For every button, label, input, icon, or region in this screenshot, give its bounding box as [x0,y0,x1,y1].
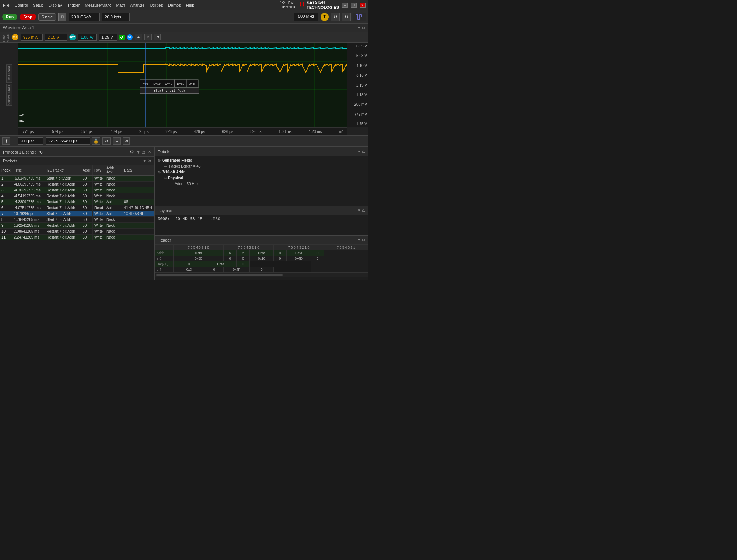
h-offset-field[interactable] [46,137,90,145]
v-label-7: 203 mV [349,102,367,106]
v-label-3: 4.10 V [349,64,367,68]
table-row[interactable]: 3 -4.70292735 ms Restart 7-bit Addr 50 W… [0,187,154,193]
svg-text:m1: m1 [19,119,24,123]
table-row[interactable]: 6 -4.07514735 ms Restart 7-bit Addr 50 R… [0,205,154,211]
ch-checkbox[interactable] [119,35,125,40]
h-pin-icon[interactable]: 🗂 [123,137,130,145]
packets-table[interactable]: Index Time I2C Packet Addr R/W Addr Ack … [0,165,154,280]
cell-index: 5 [0,199,12,205]
cell-data [122,193,154,199]
header-table-container[interactable]: 7 6 5 4 3 2 1 0 7 6 5 4 3 2 1 0 7 6 5 4 … [155,244,368,280]
ch1-button[interactable]: m1 [12,34,18,40]
protocol-pin-icon[interactable]: ▼ 🗂 [136,150,146,154]
h-scale-field[interactable] [18,137,43,145]
close-button[interactable]: ✕ [360,3,366,8]
h-double-arrow[interactable]: » [113,137,121,145]
menu-analyze[interactable]: Analyze [130,3,144,7]
ch2-offset-field[interactable] [99,34,117,41]
packets-pin-icon[interactable]: ▼ 🗂 [143,159,151,163]
cell-addrack: Nack [105,217,122,223]
redo-button[interactable]: ↻ [342,13,351,21]
waveform-canvas[interactable]: =50 D=10 D=4D D=53 D=4F Start 7-bit Addr… [18,43,347,127]
trigger-t-button[interactable]: T [321,13,329,21]
hdr-0c: 0 [274,256,287,261]
protocol-close-icon[interactable]: ✕ [148,149,151,154]
table-row[interactable]: 10 2.08641265 ms Restart 7-bit Addr 50 W… [0,229,154,235]
ch1-offset-field[interactable] [45,34,67,41]
header-panel-header: Header ▼ 🗂 [155,236,368,244]
table-row[interactable]: 7 10.79265 μs Start 7-bit Addr 50 Write … [0,211,154,217]
run-button[interactable]: Run [2,14,17,20]
details-pin-icon[interactable]: ▼ 🗂 [357,149,366,154]
cell-data: 41 47 49 4C 45 4 [122,205,154,211]
svg-text:Start 7-bit Addr: Start 7-bit Addr [154,89,186,92]
header-scrollbar[interactable] [155,272,368,277]
hdr-0x3: 0x3 [174,267,205,272]
table-row[interactable]: 11 2.24741265 ms Restart 7-bit Addr 50 W… [0,235,154,240]
waveform-view-icon[interactable] [353,13,366,21]
cell-rw: Write [92,229,105,235]
menu-measure[interactable]: Measure/Mark [85,3,111,7]
hdr-bits-1: 7 6 5 4 3 2 1 0 [174,245,224,250]
cell-time: 2.24741265 ms [12,235,45,240]
o1-indicator[interactable]: o1 [127,34,133,40]
header-pin-icon[interactable]: ▼ 🗂 [357,238,366,242]
menu-file[interactable]: File [3,3,10,7]
table-row[interactable]: 4 -4.54192735 ms Restart 7-bit Addr 50 W… [0,193,154,199]
payload-pin-icon[interactable]: ▼ 🗂 [357,208,366,212]
cell-index: 8 [0,217,12,223]
table-row[interactable]: 8 1.76443265 ms Start 7-bit Addr 50 Writ… [0,217,154,223]
svg-text:m2: m2 [19,113,24,117]
sample-rate-field[interactable] [69,13,100,21]
table-row[interactable]: 1 -5.02490735 ms Start 7-bit Addr 50 Wri… [0,176,154,182]
ch2-scale-field[interactable] [78,34,97,41]
plus-button[interactable]: + [135,34,142,40]
minimize-button[interactable]: − [342,3,348,8]
stop-button[interactable]: Stop [20,14,36,20]
ch-pin[interactable]: 🗂 [154,34,161,40]
cell-addrack: Nack [105,223,122,229]
cell-data [122,176,154,182]
table-row[interactable]: 9 1.92543265 ms Restart 7-bit Addr 50 Wr… [0,223,154,229]
cell-packet: Restart 7-bit Addr [45,182,81,187]
menu-trigger[interactable]: Trigger [67,3,80,7]
waveform-section: Waveform Area 1 ▼ 🗂 Time Meas m1 m2 o1 +… [0,24,368,147]
h-lock-icon[interactable]: 🔒 [92,137,100,145]
hdr-bits-4: 7 6 5 4 3 2 1 [324,245,368,250]
menu-utilities[interactable]: Utilities [150,3,163,7]
ch2-button[interactable]: m2 [69,34,76,40]
menu-math[interactable]: Math [116,3,125,7]
ch-double-arrow[interactable]: » [144,34,152,40]
table-row[interactable]: 5 -4.38092735 ms Restart 7-bit Addr 50 W… [0,199,154,205]
single-button[interactable]: Single [38,13,56,21]
v-label-4: 3.13 V [349,73,367,77]
hdr-dat-label: Dat[2:0] [155,261,174,267]
hdr-0f: 0 [249,267,273,272]
menu-display[interactable]: Display [49,3,62,7]
col-addrack: Addr Ack [105,165,122,176]
protocol-settings-icon[interactable]: ⚙ [130,149,134,155]
maximize-button[interactable]: □ [351,3,357,8]
waveform-pin-icon[interactable]: ▼ 🗂 [357,26,366,30]
h-zoom-icon[interactable]: ⊕ [102,137,111,145]
ch2-waveform-svg: =50 D=10 D=4D D=53 D=4F Start 7-bit Addr… [18,43,347,127]
cell-time: -4.86390735 ms [12,182,45,187]
trigger-icon[interactable]: ⊡ [58,13,66,21]
cell-time: -5.02490735 ms [12,176,45,182]
ch1-scale-field[interactable] [21,34,43,41]
points-field[interactable] [102,13,130,21]
cell-index: 11 [0,235,12,240]
details-tree: ⊖Generated Fields —Packet Length = 45 ⊖7… [155,156,368,189]
undo-button[interactable]: ↺ [331,13,340,21]
table-row[interactable]: 2 -4.86390735 ms Restart 7-bit Addr 50 W… [0,182,154,187]
menu-control[interactable]: Control [15,3,28,7]
t-label-1: -774 μs [21,130,34,134]
menu-demos[interactable]: Demos [168,3,181,7]
menu-setup[interactable]: Setup [33,3,43,7]
right-panels: Details ▼ 🗂 ⊖Generated Fields —Packet Le… [155,147,368,280]
col-addr: Addr [81,165,93,176]
menu-help[interactable]: Help [186,3,195,7]
menu-bar: File Control Setup Display Trigger Measu… [3,3,194,7]
h-left-arrow[interactable]: ❮ [2,137,10,145]
cell-addr: 50 [81,176,93,182]
